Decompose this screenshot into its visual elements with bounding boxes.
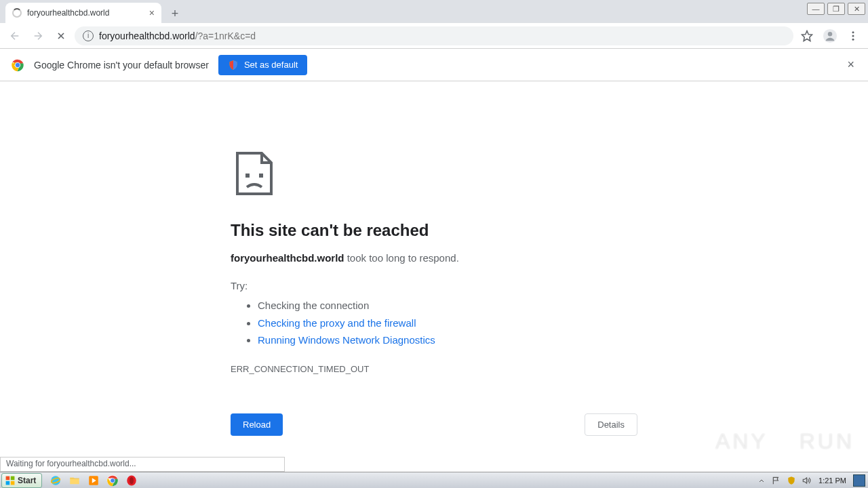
error-page: This site can't be reached foryourhealth… (0, 81, 637, 436)
tray-expand-icon[interactable] (756, 475, 767, 486)
opera-icon[interactable] (125, 474, 138, 487)
set-default-button[interactable]: Set as default (218, 55, 308, 75)
svg-marker-0 (802, 30, 812, 41)
error-suffix: took too long to respond. (344, 252, 459, 264)
loading-spinner-icon (12, 8, 22, 18)
close-icon (56, 30, 66, 41)
list-item: Checking the proxy and the firewall (258, 314, 637, 332)
svg-rect-17 (11, 481, 15, 485)
shield-icon (228, 60, 239, 70)
svg-rect-11 (259, 174, 263, 178)
reload-button[interactable]: Reload (231, 413, 283, 436)
svg-point-4 (852, 35, 854, 37)
svg-point-25 (130, 476, 134, 484)
svg-marker-12 (778, 434, 791, 449)
stop-button[interactable] (52, 26, 71, 45)
infobar-close-button[interactable]: × (844, 55, 857, 75)
watermark: ANY RUN (715, 429, 854, 454)
chrome-taskbar-icon[interactable] (106, 474, 119, 487)
volume-icon[interactable] (801, 475, 812, 486)
error-host: foryourhealthcbd.world (231, 252, 344, 264)
svg-point-23 (111, 478, 115, 483)
windows-logo-icon (5, 475, 16, 486)
arrow-left-icon (9, 30, 21, 42)
flag-icon[interactable] (771, 475, 782, 486)
url-path: /?a=1nrK&c=d (195, 30, 256, 41)
system-tray: 1:21 PM (756, 474, 868, 487)
watermark-right: RUN (800, 429, 854, 454)
taskbar-clock[interactable]: 1:21 PM (816, 476, 849, 485)
default-browser-infobar: Google Chrome isn't your default browser… (0, 49, 868, 81)
button-row: Reload Details (231, 413, 637, 436)
more-vert-icon (847, 30, 859, 42)
windows-taskbar: Start 1:21 PM (0, 472, 868, 488)
new-tab-button[interactable]: + (165, 4, 184, 23)
svg-rect-14 (6, 476, 10, 480)
url-text: foryourhealthcbd.world/?a=1nrK&c=d (99, 30, 256, 41)
network-diagnostics-link[interactable]: Running Windows Network Diagnostics (258, 334, 435, 346)
tab-title: foryourhealthcbd.world (27, 8, 144, 18)
start-button[interactable]: Start (1, 473, 42, 488)
security-tray-icon[interactable] (786, 475, 797, 486)
url-host: foryourhealthcbd.world (99, 30, 195, 41)
chrome-logo-icon (11, 58, 24, 72)
site-info-icon[interactable]: i (83, 30, 94, 41)
try-label: Try: (231, 280, 637, 291)
details-button[interactable]: Details (585, 413, 637, 436)
browser-toolbar: i foryourhealthcbd.world/?a=1nrK&c=d (0, 23, 868, 49)
chrome-menu-button[interactable] (844, 26, 863, 45)
back-button[interactable] (5, 26, 24, 45)
star-icon (801, 30, 813, 42)
error-message: foryourhealthcbd.world took too long to … (231, 252, 637, 264)
list-item: Checking the connection (258, 297, 637, 314)
bookmark-button[interactable] (797, 26, 816, 45)
user-icon (823, 28, 837, 43)
explorer-icon[interactable] (68, 474, 81, 487)
close-window-button[interactable]: ✕ (848, 3, 865, 15)
media-player-icon[interactable] (87, 474, 100, 487)
window-controls: — ❐ ✕ (807, 3, 865, 15)
suggestion-list: Checking the connection Checking the pro… (258, 297, 637, 349)
error-code: ERR_CONNECTION_TIMED_OUT (231, 364, 637, 374)
infobar-message: Google Chrome isn't your default browser (34, 60, 209, 70)
sad-page-icon (231, 149, 279, 198)
play-triangle-icon (774, 432, 794, 452)
start-label: Start (18, 476, 36, 485)
svg-rect-10 (245, 174, 250, 178)
svg-point-5 (852, 38, 854, 40)
maximize-button[interactable]: ❐ (827, 3, 845, 15)
arrow-right-icon (32, 30, 44, 42)
status-bar: Waiting for foryourhealthcbd.world... (0, 457, 285, 472)
forward-button[interactable] (28, 26, 47, 45)
svg-rect-15 (11, 476, 15, 480)
ie-icon[interactable] (49, 474, 62, 487)
list-item: Running Windows Network Diagnostics (258, 331, 637, 349)
minimize-button[interactable]: — (807, 3, 825, 15)
svg-rect-16 (6, 481, 10, 485)
profile-button[interactable] (821, 26, 840, 45)
proxy-firewall-link[interactable]: Checking the proxy and the firewall (258, 317, 416, 329)
show-desktop-button[interactable] (853, 474, 865, 487)
browser-tab[interactable]: foryourhealthcbd.world × (5, 3, 161, 23)
tab-strip: foryourhealthcbd.world × + — ❐ ✕ (0, 0, 868, 23)
svg-point-2 (828, 32, 832, 36)
set-default-label: Set as default (244, 60, 298, 70)
error-title: This site can't be reached (231, 221, 637, 240)
quick-launch (49, 474, 138, 487)
tab-close-icon[interactable]: × (149, 7, 155, 18)
address-bar[interactable]: i foryourhealthcbd.world/?a=1nrK&c=d (75, 26, 793, 45)
svg-marker-13 (781, 438, 788, 446)
svg-point-3 (852, 31, 854, 33)
watermark-left: ANY (715, 429, 768, 454)
